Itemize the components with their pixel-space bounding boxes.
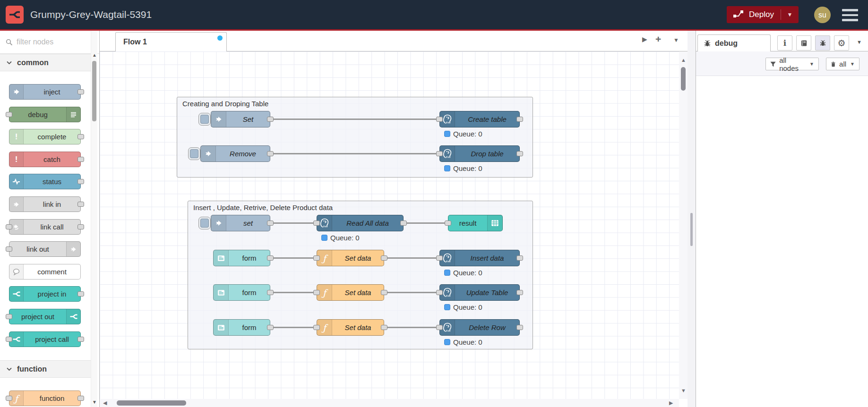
scroll-left-icon[interactable]: ◀ [103, 400, 107, 406]
palette-node-link-call[interactable]: link call [9, 219, 81, 235]
scroll-right-icon[interactable]: ▶ [669, 400, 673, 406]
node-form[interactable]: form [213, 284, 270, 301]
node-port-output[interactable] [516, 325, 523, 330]
palette-node-comment[interactable]: comment [9, 264, 81, 280]
node-port-output[interactable] [77, 157, 84, 162]
node-form[interactable]: form [213, 319, 270, 336]
canvas-horizontal-scrollbar[interactable]: ◀ ▶ [100, 399, 679, 407]
node-port-input[interactable] [6, 337, 12, 342]
node-port-output[interactable] [381, 325, 387, 330]
node-inject-set-lower[interactable]: set [211, 215, 270, 231]
node-port-output[interactable] [77, 179, 84, 184]
node-port-input[interactable] [445, 220, 451, 226]
inject-button[interactable] [198, 113, 211, 126]
wire[interactable] [270, 257, 317, 259]
flow-list-caret[interactable]: ▼ [673, 37, 679, 43]
node-port-output[interactable] [77, 224, 84, 229]
palette-node-link-in[interactable]: link in [9, 196, 81, 212]
canvas-vscroll-thumb[interactable] [681, 67, 686, 91]
tab-flow-1[interactable]: Flow 1 [115, 32, 227, 51]
tab-debug[interactable]: debug [697, 34, 771, 51]
node-port-input[interactable] [436, 151, 443, 156]
user-avatar[interactable]: su [814, 7, 831, 23]
wire[interactable] [270, 222, 317, 224]
node-port-output[interactable] [381, 290, 387, 295]
node-port-input[interactable] [313, 255, 320, 261]
node-port-output[interactable] [267, 117, 274, 122]
palette-node-complete[interactable]: ! complete [9, 129, 81, 144]
deploy-button[interactable]: Deploy ▼ [727, 6, 799, 23]
node-function-set-data[interactable]: ƒ Set data [317, 319, 384, 336]
inject-button[interactable] [198, 217, 211, 229]
scroll-up-icon[interactable]: ▲ [92, 52, 97, 58]
node-port-output[interactable] [77, 89, 84, 94]
node-port-input[interactable] [6, 396, 12, 401]
palette-node-project-out[interactable]: project out [9, 309, 81, 324]
node-port-output[interactable] [267, 255, 274, 261]
palette-node-inject[interactable]: inject [9, 84, 81, 100]
node-port-input[interactable] [436, 325, 443, 330]
node-port-output[interactable] [267, 151, 274, 156]
palette-node-function[interactable]: ƒ function [9, 390, 81, 406]
node-postgres-read-all-data[interactable]: Read All data [317, 215, 404, 231]
wire[interactable] [270, 292, 317, 293]
node-port-output[interactable] [77, 396, 84, 401]
node-port-output[interactable] [77, 337, 84, 342]
wire[interactable] [270, 119, 439, 120]
node-debug-result[interactable]: result [448, 215, 503, 231]
node-port-output[interactable] [267, 220, 274, 226]
wire[interactable] [384, 292, 439, 293]
wire[interactable] [404, 222, 448, 224]
node-port-input[interactable] [6, 314, 12, 319]
add-flow-button[interactable]: + [655, 34, 661, 45]
debug-filter-button[interactable]: all nodes ▼ [765, 58, 819, 70]
inject-button[interactable] [188, 147, 200, 160]
node-postgres-create-table[interactable]: Create table [439, 111, 520, 127]
palette-node-debug[interactable]: debug [9, 107, 81, 122]
sidebar-help-button[interactable] [796, 35, 811, 51]
sidebar-config-button[interactable]: ⚙ [834, 35, 849, 51]
node-port-output[interactable] [77, 291, 84, 297]
wire[interactable] [270, 153, 439, 154]
deploy-options-caret[interactable]: ▼ [781, 11, 799, 18]
palette-scrollbar-thumb[interactable] [92, 61, 96, 121]
debug-clear-button[interactable]: all ▼ [826, 58, 859, 70]
node-port-output[interactable] [400, 220, 407, 226]
flow-canvas[interactable]: Creating and Droping Table Insert , Upda… [100, 51, 679, 399]
wire[interactable] [384, 327, 439, 328]
palette-search[interactable] [0, 31, 99, 54]
node-port-output[interactable] [77, 202, 84, 207]
palette-category-common[interactable]: common [0, 54, 91, 71]
node-port-input[interactable] [436, 255, 443, 261]
palette-node-link-out[interactable]: link out [9, 241, 81, 257]
sidebar-splitter[interactable] [688, 31, 696, 407]
sidebar-debug-button[interactable] [815, 35, 830, 51]
node-inject-remove[interactable]: Remove [200, 145, 270, 162]
palette-node-status[interactable]: status [9, 174, 81, 189]
node-port-input[interactable] [6, 246, 12, 252]
sidebar-menu-caret[interactable]: ▼ [857, 39, 862, 45]
node-form[interactable]: form [213, 250, 270, 266]
node-postgres-insert-data[interactable]: Insert data [439, 250, 520, 266]
node-port-output[interactable] [267, 325, 274, 330]
palette-category-function[interactable]: function [0, 360, 91, 378]
node-port-output[interactable] [516, 290, 523, 295]
palette-node-catch[interactable]: ! catch [9, 152, 81, 167]
palette-node-project-call[interactable]: project call [9, 331, 81, 347]
wire[interactable] [270, 327, 317, 328]
node-postgres-update-table[interactable]: Update Table [439, 284, 520, 301]
node-port-input[interactable] [313, 290, 320, 295]
palette-scrollbar[interactable]: ▲ ▼ [91, 31, 97, 407]
node-port-input[interactable] [436, 290, 443, 295]
canvas-vertical-scrollbar[interactable]: ▲ ▼ [679, 51, 688, 399]
node-port-input[interactable] [313, 325, 320, 330]
node-port-output[interactable] [381, 255, 387, 261]
node-port-output[interactable] [516, 151, 523, 156]
node-function-set-data[interactable]: ƒ Set data [317, 250, 384, 266]
main-menu-icon[interactable] [842, 9, 858, 21]
scroll-down-icon[interactable]: ▼ [92, 399, 97, 405]
splitter-handle[interactable] [690, 213, 693, 246]
canvas-hscroll-thumb[interactable] [117, 400, 186, 406]
node-port-output[interactable] [516, 255, 523, 261]
node-inject-set[interactable]: Set [211, 111, 270, 127]
